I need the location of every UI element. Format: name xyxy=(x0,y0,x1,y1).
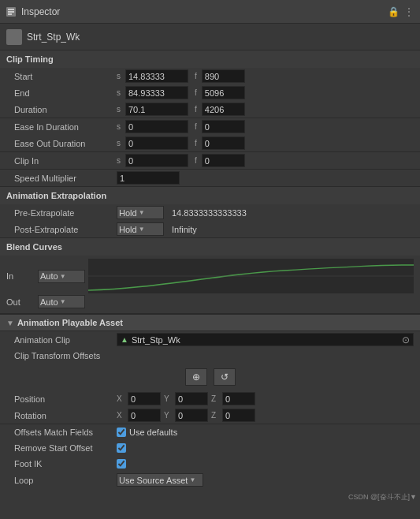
blend-curves-header: Blend Curves xyxy=(0,238,420,256)
blend-out-label: Out xyxy=(6,297,38,307)
loop-arrow: ▼ xyxy=(189,476,195,484)
rot-x-input[interactable] xyxy=(128,409,161,422)
ease-in-row: Ease In Duration s f xyxy=(0,118,420,135)
end-s-unit: s xyxy=(117,88,121,97)
loop-value: Use Source Asset xyxy=(119,476,188,485)
start-f-unit: f xyxy=(195,72,197,80)
pre-extrap-dropdown[interactable]: Hold ▼ xyxy=(117,206,164,219)
post-extrap-mode: Hold xyxy=(119,225,137,234)
collapse-arrow-icon: ▼ xyxy=(6,319,14,327)
loop-row: Loop Use Source Asset ▼ xyxy=(0,472,420,488)
pos-x-label: X xyxy=(117,394,125,403)
position-row: Position X Y Z xyxy=(0,390,420,407)
rotation-row: Rotation X Y Z xyxy=(0,407,420,424)
post-extrap-label: Post-Extrapolate xyxy=(14,225,117,234)
end-row: End s f xyxy=(0,84,420,101)
offsets-match-row: Offsets Match Fields Use defaults xyxy=(0,424,420,440)
duration-s-input[interactable] xyxy=(125,103,188,116)
post-extrap-row: Post-Extrapolate Hold ▼ Infinity xyxy=(0,221,420,237)
remove-start-row: Remove Start Offset xyxy=(0,440,420,456)
start-f-input[interactable] xyxy=(202,69,245,83)
duration-f-unit: f xyxy=(195,105,197,114)
remove-start-content xyxy=(117,443,126,453)
playable-title: Animation Playable Asset xyxy=(17,318,123,327)
offsets-match-checkbox[interactable] xyxy=(117,428,126,437)
post-extrap-content: Hold ▼ Infinity xyxy=(117,222,414,236)
anim-clip-pick-button[interactable]: ⊙ xyxy=(402,334,410,345)
end-f-unit: f xyxy=(195,88,197,97)
anim-clip-icon: ▲ xyxy=(121,335,128,344)
anim-clip-row: Animation Clip ▲ Strt_Stp_Wk ⊙ xyxy=(0,331,420,348)
speed-input[interactable] xyxy=(117,171,180,185)
inspector-icon xyxy=(5,6,17,18)
pre-extrap-content: Hold ▼ 14.8333333333333 xyxy=(117,206,414,219)
remove-start-checkbox[interactable] xyxy=(117,443,126,453)
blend-in-row: In Auto ▼ xyxy=(6,259,414,293)
clip-in-content: s f xyxy=(117,154,414,167)
ease-out-row: Ease Out Duration s f xyxy=(0,135,420,151)
end-content: s f xyxy=(117,86,414,99)
blend-in-right: Auto ▼ xyxy=(38,259,414,293)
blend-in-dropdown[interactable]: Auto ▼ xyxy=(38,270,85,283)
rotation-label: Rotation xyxy=(14,411,117,420)
end-s-input[interactable] xyxy=(125,86,188,99)
clip-in-s-unit: s xyxy=(117,156,121,165)
offsets-match-text: Use defaults xyxy=(129,428,177,437)
clip-transform-row: Clip Transform Offsets xyxy=(0,348,420,364)
start-s-input[interactable] xyxy=(125,69,188,83)
blend-in-curve xyxy=(88,259,414,293)
foot-ik-checkbox[interactable] xyxy=(117,459,126,469)
anim-clip-label: Animation Clip xyxy=(14,335,117,345)
header-title: Inspector xyxy=(21,6,387,17)
lock-button[interactable]: 🔒 xyxy=(387,6,400,18)
rot-y-label: Y xyxy=(164,411,172,420)
duration-s-unit: s xyxy=(117,105,121,114)
end-f-input[interactable] xyxy=(202,86,245,99)
svg-rect-3 xyxy=(8,13,12,15)
pos-y-input[interactable] xyxy=(175,392,208,405)
playable-section-header[interactable]: ▼ Animation Playable Asset xyxy=(0,314,420,331)
duration-f-input[interactable] xyxy=(202,103,245,116)
asset-row: Strt_Stp_Wk xyxy=(0,24,420,50)
anim-clip-name: Strt_Stp_Wk xyxy=(132,335,180,345)
blend-out-right: Auto ▼ xyxy=(38,295,414,308)
pos-z-input[interactable] xyxy=(222,392,255,405)
foot-ik-row: Foot IK xyxy=(0,456,420,472)
rotation-xyz: X Y Z xyxy=(117,409,414,422)
ease-out-f-input[interactable] xyxy=(202,136,245,150)
svg-rect-1 xyxy=(8,9,14,10)
foot-ik-content xyxy=(117,459,126,469)
start-label: Start xyxy=(14,72,117,81)
pre-extrap-row: Pre-Extrapolate Hold ▼ 14.8333333333333 xyxy=(0,204,420,221)
ease-in-s-input[interactable] xyxy=(125,120,188,133)
ease-in-label: Ease In Duration xyxy=(14,122,117,132)
ease-in-content: s f xyxy=(117,120,414,133)
ease-out-f-unit: f xyxy=(195,139,197,147)
rot-z-input[interactable] xyxy=(222,409,255,422)
end-label: End xyxy=(14,88,117,98)
loop-dropdown[interactable]: Use Source Asset ▼ xyxy=(117,473,203,487)
clip-in-row: Clip In s f xyxy=(0,152,420,169)
pre-extrap-mode: Hold xyxy=(119,208,137,218)
blend-curves-section: In Auto ▼ Out Auto ▼ xyxy=(0,256,420,313)
svg-rect-2 xyxy=(8,11,14,13)
foot-ik-label: Foot IK xyxy=(14,459,117,469)
inspector-header: Inspector 🔒 ⋮ xyxy=(0,0,420,24)
transform-refresh-button[interactable]: ↺ xyxy=(214,368,236,386)
post-extrap-dropdown[interactable]: Hold ▼ xyxy=(117,222,164,236)
rot-y-input[interactable] xyxy=(175,409,208,422)
clip-in-s-input[interactable] xyxy=(125,154,188,167)
blend-out-dropdown[interactable]: Auto ▼ xyxy=(38,295,85,308)
asset-name: Strt_Stp_Wk xyxy=(27,32,80,43)
offsets-match-label: Offsets Match Fields xyxy=(14,428,117,437)
pos-x-input[interactable] xyxy=(128,392,161,405)
ease-out-s-input[interactable] xyxy=(125,136,188,150)
clip-in-f-input[interactable] xyxy=(202,154,245,167)
position-label: Position xyxy=(14,394,117,404)
clip-timing-header: Clip Timing xyxy=(0,50,420,68)
menu-button[interactable]: ⋮ xyxy=(403,6,415,18)
anim-clip-value: ▲ Strt_Stp_Wk ⊙ xyxy=(117,333,414,346)
ease-in-f-input[interactable] xyxy=(202,120,245,133)
transform-reset-button[interactable]: ⊕ xyxy=(185,368,207,386)
speed-row: Speed Multiplier xyxy=(0,170,420,186)
